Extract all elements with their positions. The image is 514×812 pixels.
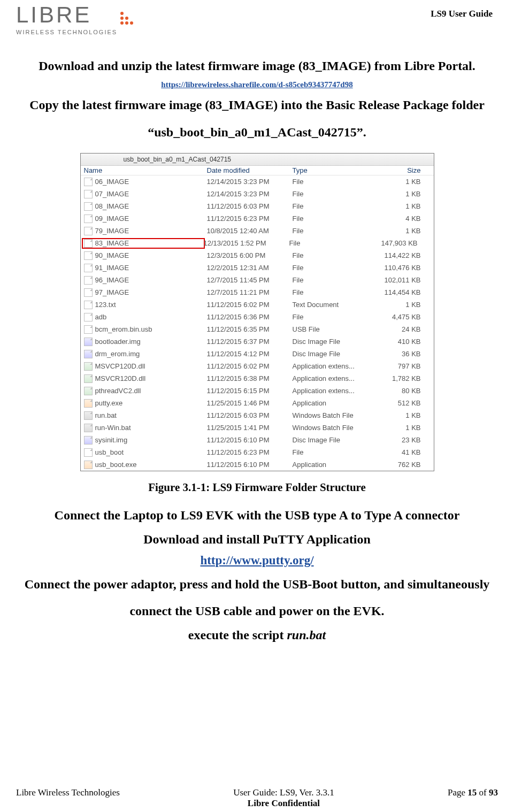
cell-type: File bbox=[293, 313, 373, 321]
file-icon bbox=[84, 288, 93, 297]
cell-name: 96_IMAGE bbox=[84, 276, 207, 285]
file-name-text: 08_IMAGE bbox=[95, 202, 129, 210]
cell-size: 512 KB bbox=[373, 399, 423, 407]
table-row: 07_IMAGE12/14/2015 3:23 PMFile1 KB bbox=[81, 188, 434, 200]
file-name-text: 123.txt bbox=[95, 301, 116, 309]
cell-name: 123.txt bbox=[84, 301, 207, 309]
file-name-text: adb bbox=[95, 313, 107, 321]
cell-date: 11/12/2015 6:02 PM bbox=[207, 301, 293, 309]
brand-logo-subtext: WIRELESS TECHNOLOGIES bbox=[16, 29, 117, 35]
cell-date: 11/12/2015 6:03 PM bbox=[207, 411, 293, 419]
file-icon bbox=[84, 448, 93, 457]
cell-date: 11/25/2015 1:41 PM bbox=[207, 424, 293, 432]
cell-size: 1 KB bbox=[373, 411, 423, 419]
table-row: bootloader.img11/12/2015 6:37 PMDisc Ima… bbox=[81, 335, 434, 348]
table-row: MSVCP120D.dll11/12/2015 6:02 PMApplicati… bbox=[81, 360, 434, 372]
cell-name: 90_IMAGE bbox=[84, 251, 207, 260]
cell-date: 11/12/2015 6:37 PM bbox=[207, 338, 293, 346]
col-header-date: Date modified bbox=[207, 166, 293, 174]
table-row: 90_IMAGE12/3/2015 6:00 PMFile114,422 KB bbox=[81, 249, 434, 262]
cell-type: File bbox=[293, 264, 373, 272]
cell-name: adb bbox=[84, 313, 207, 321]
table-row: bcm_erom.bin.usb11/12/2015 6:35 PMUSB Fi… bbox=[81, 323, 434, 335]
explorer-titlebar: usb_boot_bin_a0_m1_ACast_042715 bbox=[81, 154, 434, 166]
cell-date: 11/12/2015 6:23 PM bbox=[207, 448, 293, 456]
file-name-text: 97_IMAGE bbox=[95, 288, 129, 296]
cell-size: 147,903 KB bbox=[370, 239, 420, 247]
file-name-text: drm_erom.img bbox=[95, 350, 140, 358]
file-icon bbox=[84, 424, 93, 432]
col-header-size: Size bbox=[373, 166, 423, 174]
cell-date: 12/7/2015 11:45 PM bbox=[207, 276, 293, 284]
file-icon bbox=[84, 190, 93, 198]
file-icon bbox=[84, 313, 93, 321]
table-row: usb_boot.exe11/12/2015 6:10 PMApplicatio… bbox=[81, 458, 434, 471]
cell-date: 12/13/2015 1:52 PM bbox=[204, 239, 289, 247]
cell-date: 11/25/2015 1:46 PM bbox=[207, 399, 293, 407]
table-row: drm_erom.img11/12/2015 4:12 PMDisc Image… bbox=[81, 348, 434, 360]
cell-name: MSVCR120D.dll bbox=[84, 374, 207, 383]
cell-type: Application extens... bbox=[293, 374, 373, 382]
cell-size: 410 KB bbox=[373, 338, 423, 346]
firmware-download-link[interactable]: https://librewireless.sharefile.com/d-s8… bbox=[16, 80, 498, 89]
instruction-execute-scriptname: run.bat bbox=[287, 628, 326, 642]
cell-size: 4 KB bbox=[373, 215, 423, 223]
footer-page-infix: of bbox=[477, 787, 489, 798]
brand-logo-text: LIBRE bbox=[16, 2, 91, 28]
brand-logo: LIBRE WIRELESS TECHNOLOGIES bbox=[16, 5, 139, 43]
cell-size: 23 KB bbox=[373, 436, 423, 444]
cell-size: 80 KB bbox=[373, 387, 423, 395]
cell-size: 797 KB bbox=[373, 362, 423, 370]
file-icon bbox=[84, 411, 93, 420]
file-icon bbox=[84, 227, 93, 235]
file-explorer-screenshot: usb_boot_bin_a0_m1_ACast_042715 Name Dat… bbox=[80, 153, 434, 471]
cell-size: 102,011 KB bbox=[373, 276, 423, 284]
cell-name: 79_IMAGE bbox=[84, 227, 207, 235]
cell-type: Text Document bbox=[293, 301, 373, 309]
cell-type: USB File bbox=[293, 325, 373, 333]
file-icon bbox=[84, 461, 93, 469]
document-title: LS9 User Guide bbox=[431, 9, 498, 19]
file-name-text: usb_boot bbox=[95, 448, 124, 456]
cell-date: 11/12/2015 6:10 PM bbox=[207, 436, 293, 444]
cell-type: Application bbox=[293, 399, 373, 407]
file-name-text: 79_IMAGE bbox=[95, 227, 129, 235]
footer-guide-version: User Guide: LS9, Ver. 3.3.1 bbox=[233, 787, 334, 798]
file-icon bbox=[84, 374, 93, 383]
table-row: 97_IMAGE12/7/2015 11:21 PMFile114,454 KB bbox=[81, 286, 434, 298]
cell-size: 1,782 KB bbox=[373, 374, 423, 382]
footer-page-prefix: Page bbox=[448, 787, 467, 798]
cell-name: run-Win.bat bbox=[84, 424, 207, 432]
page-content: Download and unzip the latest firmware i… bbox=[16, 52, 498, 648]
cell-date: 11/12/2015 6:36 PM bbox=[207, 313, 293, 321]
instruction-execute-prefix: execute the script bbox=[188, 628, 287, 642]
table-row: putty.exe11/25/2015 1:46 PMApplication51… bbox=[81, 397, 434, 409]
cell-size: 1 KB bbox=[373, 202, 423, 210]
putty-download-link[interactable]: http://www.putty.org/ bbox=[16, 554, 498, 568]
brand-logo-dots-icon bbox=[120, 12, 133, 25]
file-name-text: run.bat bbox=[95, 411, 117, 419]
cell-type: Disc Image File bbox=[293, 436, 373, 444]
cell-name: usb_boot.exe bbox=[84, 461, 207, 469]
file-icon bbox=[84, 202, 93, 211]
instruction-connect-power: Connect the power adaptor, press and hol… bbox=[16, 571, 498, 625]
instruction-download-putty: Download and install PuTTY Application bbox=[16, 526, 498, 553]
cell-type: File bbox=[293, 251, 373, 259]
file-name-text: usb_boot.exe bbox=[95, 461, 137, 469]
table-row: 08_IMAGE11/12/2015 6:03 PMFile1 KB bbox=[81, 200, 434, 212]
table-row: 06_IMAGE12/14/2015 3:23 PMFile1 KB bbox=[81, 175, 434, 188]
cell-name: run.bat bbox=[84, 411, 207, 420]
file-name-text: putty.exe bbox=[95, 399, 123, 407]
file-icon bbox=[84, 178, 93, 186]
file-icon bbox=[84, 251, 93, 260]
cell-name: putty.exe bbox=[84, 399, 207, 408]
cell-name: 07_IMAGE bbox=[84, 190, 207, 198]
cell-type: Disc Image File bbox=[293, 350, 373, 358]
cell-name: 06_IMAGE bbox=[84, 178, 207, 186]
file-icon bbox=[84, 362, 93, 371]
cell-type: File bbox=[293, 227, 373, 235]
cell-name: 97_IMAGE bbox=[84, 288, 207, 297]
table-row: 123.txt11/12/2015 6:02 PMText Document1 … bbox=[81, 298, 434, 311]
file-name-text: 96_IMAGE bbox=[95, 276, 129, 284]
table-row: run.bat11/12/2015 6:03 PMWindows Batch F… bbox=[81, 409, 434, 422]
